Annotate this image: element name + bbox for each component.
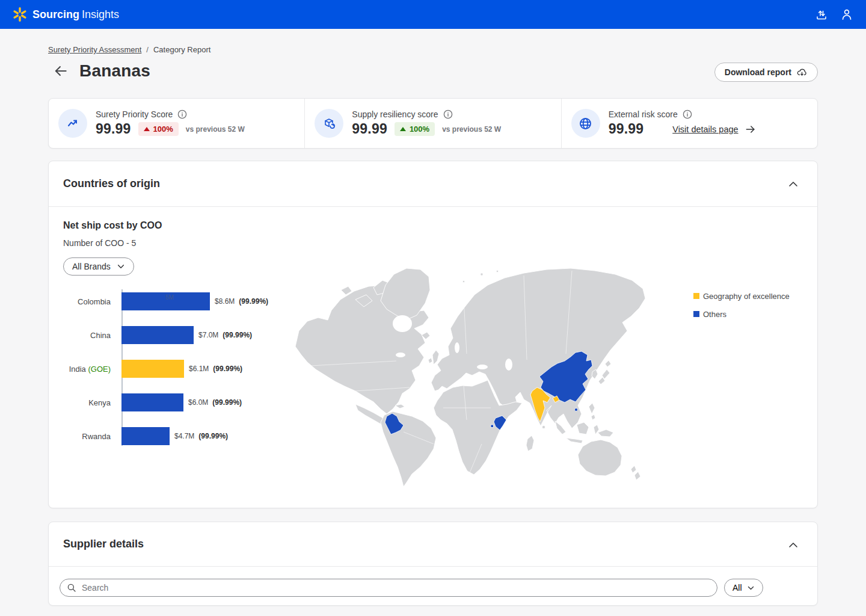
arrow-right-icon — [745, 123, 757, 135]
bar-percent-label: (99.99%) — [213, 365, 242, 373]
all-brands-label: All Brands — [72, 262, 111, 271]
info-icon[interactable] — [683, 109, 692, 119]
score-value: 99.99 — [609, 121, 644, 137]
supplier-details-card: Supplier details All — [48, 522, 818, 606]
bar-value-label: $7.0M — [198, 331, 218, 339]
score-label: Surety Priority Score — [96, 109, 173, 119]
legend-label: Others — [703, 310, 726, 319]
user-icon[interactable] — [840, 7, 854, 22]
legend-swatch — [693, 293, 699, 299]
page-title: Bananas — [79, 61, 150, 81]
triangle-up-icon — [400, 127, 406, 131]
supplier-filter-label: All — [732, 583, 742, 593]
bar — [121, 427, 170, 445]
countries-of-origin-card: Countries of origin Net ship cost by COO… — [48, 161, 818, 508]
triangle-up-icon — [144, 127, 150, 131]
bar-row: Rwanda$4.7M(99.99%) — [63, 427, 287, 445]
score-label: External risk score — [609, 109, 678, 119]
supplier-filter-dropdown[interactable]: All — [724, 579, 763, 597]
bar — [121, 326, 194, 344]
brand-name-light: Insights — [82, 8, 119, 20]
change-value: 100% — [410, 125, 429, 134]
bar-row: China$7.0M(99.99%) — [63, 326, 287, 344]
bar-percent-label: (99.99%) — [212, 398, 242, 407]
info-icon[interactable] — [177, 109, 187, 119]
legend-swatch — [693, 311, 699, 317]
chevron-down-icon — [117, 262, 125, 271]
bar-percent-label: (99.99%) — [239, 297, 268, 306]
bar-percent-label: (99.99%) — [198, 432, 228, 440]
score-card-external-risk: External risk score 99.99 Visit details … — [561, 99, 817, 148]
chevron-up-icon[interactable] — [787, 539, 799, 551]
supplier-search-input[interactable] — [60, 579, 717, 597]
bar-percent-label: (99.99%) — [223, 331, 252, 339]
bar-row: Colombia$8.6M(99.99%) — [63, 292, 287, 310]
bar-category-label: India (GOE) — [63, 365, 116, 374]
axis-tick-label: 5M — [165, 294, 174, 301]
download-report-label: Download report — [725, 67, 791, 77]
score-label: Supply resiliency score — [352, 109, 438, 119]
back-arrow-button[interactable] — [53, 63, 69, 79]
search-icon — [66, 582, 77, 593]
walmart-spark-icon — [12, 7, 28, 22]
change-badge: 100% — [138, 122, 179, 136]
map-legend: Geography of excellenceOthers — [693, 292, 790, 319]
bar-value-label: $6.1M — [189, 365, 209, 373]
net-ship-cost-bar-chart: 5M Colombia$8.6M(99.99%)China$7.0M(99.99… — [63, 289, 287, 447]
download-report-button[interactable]: Download report — [714, 63, 818, 82]
all-brands-dropdown[interactable]: All Brands — [63, 257, 134, 276]
chevron-up-icon[interactable] — [787, 178, 799, 190]
chart-title: Net ship cost by COO — [63, 220, 162, 231]
package-resiliency-icon — [315, 109, 343, 138]
map-australia — [578, 440, 622, 476]
change-badge: 100% — [395, 122, 435, 136]
score-cards: Surety Priority Score 99.99 100% vs prev… — [48, 98, 818, 149]
visit-details-label: Visit details page — [672, 125, 738, 134]
bar-value-label: $8.6M — [215, 297, 235, 306]
map-country-rwanda — [491, 425, 494, 428]
bar-row: India (GOE)$6.1M(99.99%) — [63, 360, 287, 378]
visit-details-link[interactable]: Visit details page — [672, 123, 756, 135]
trend-up-icon — [58, 109, 87, 138]
bar-category-label: Rwanda — [63, 432, 116, 441]
breadcrumb-current: Category Report — [153, 45, 210, 54]
chart-subtitle: Number of COO - 5 — [63, 238, 136, 248]
brand-logo: SourcingInsights — [12, 7, 119, 22]
comparison-label: vs previous 52 W — [442, 125, 501, 134]
legend-item: Geography of excellence — [693, 292, 790, 301]
bar — [121, 360, 184, 378]
map-country-hainan — [574, 408, 577, 411]
countries-section-title: Countries of origin — [63, 177, 160, 190]
bar — [121, 393, 183, 411]
goe-tag: (GOE) — [88, 365, 111, 374]
upload-download-icon[interactable] — [814, 7, 829, 22]
supplier-section-title: Supplier details — [63, 538, 144, 550]
app-header: SourcingInsights — [0, 0, 866, 29]
legend-label: Geography of excellence — [703, 292, 790, 301]
bar-category-label: Kenya — [63, 398, 116, 407]
score-card-supply-resiliency: Supply resiliency score 99.99 100% vs pr… — [304, 99, 560, 148]
breadcrumb-separator: / — [146, 45, 149, 54]
score-value: 99.99 — [352, 121, 387, 137]
breadcrumb-link-parent[interactable]: Surety Priority Assessment — [48, 45, 141, 54]
world-map — [283, 263, 647, 488]
bar-category-label: China — [63, 331, 116, 340]
bar-row: Kenya$6.0M(99.99%) — [63, 393, 287, 411]
legend-item: Others — [693, 310, 790, 319]
breadcrumb: Surety Priority Assessment/Category Repo… — [48, 45, 210, 54]
globe-icon — [571, 109, 600, 138]
info-icon[interactable] — [443, 109, 453, 119]
cloud-download-icon — [796, 67, 808, 78]
score-card-surety-priority: Surety Priority Score 99.99 100% vs prev… — [49, 99, 304, 148]
page: SourcingInsights Surety Priority Assessm… — [0, 0, 866, 616]
bar-category-label: Colombia — [63, 297, 116, 306]
chevron-down-icon — [747, 584, 755, 592]
change-value: 100% — [153, 125, 173, 134]
score-value: 99.99 — [96, 121, 131, 137]
brand-name-bold: Sourcing — [32, 8, 79, 20]
bar-value-label: $4.7M — [174, 432, 194, 440]
comparison-label: vs previous 52 W — [186, 125, 245, 134]
bar-value-label: $6.0M — [188, 398, 208, 407]
